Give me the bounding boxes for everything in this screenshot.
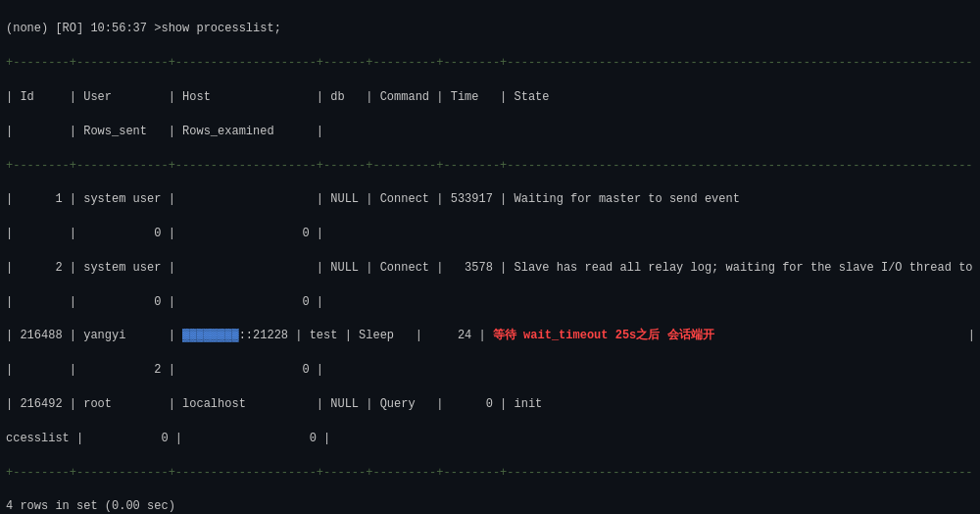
data-row-3a: | 216488 | yangyi | ▓▓▓▓▓▓▓▓::21228 | te… bbox=[6, 328, 974, 344]
data-row-1b: | | 0 | 0 | bbox=[6, 226, 974, 242]
header-row-1b: | | Rows_sent | Rows_examined | bbox=[6, 124, 974, 140]
data-row-2b: | | 0 | 0 | bbox=[6, 294, 974, 311]
data-row-3b: | | 2 | 0 | bbox=[6, 362, 974, 379]
data-row-4b: ccesslist | 0 | 0 | bbox=[6, 431, 974, 447]
terminal-output: (none) [RO] 10:56:37 >show processlist; … bbox=[6, 4, 974, 514]
rows-info-1: 4 rows in set (0.00 sec) bbox=[6, 498, 974, 514]
separator-1: +--------+-------------+----------------… bbox=[6, 55, 974, 72]
separator-3: +--------+-------------+----------------… bbox=[6, 465, 974, 482]
data-row-2a: | 2 | system user | | NULL | Connect | 3… bbox=[6, 260, 974, 277]
annotation-text: 等待 wait_timeout 25s之后 会话端开 bbox=[493, 329, 714, 342]
header-row-1: | Id | User | Host | db | Command | Time… bbox=[6, 89, 974, 106]
separator-2: +--------+-------------+----------------… bbox=[6, 158, 974, 175]
data-row-4a: | 216492 | root | localhost | NULL | Que… bbox=[6, 396, 974, 413]
prompt-line-1: (none) [RO] 10:56:37 >show processlist; bbox=[6, 21, 974, 37]
data-row-1a: | 1 | system user | | NULL | Connect | 5… bbox=[6, 191, 974, 208]
